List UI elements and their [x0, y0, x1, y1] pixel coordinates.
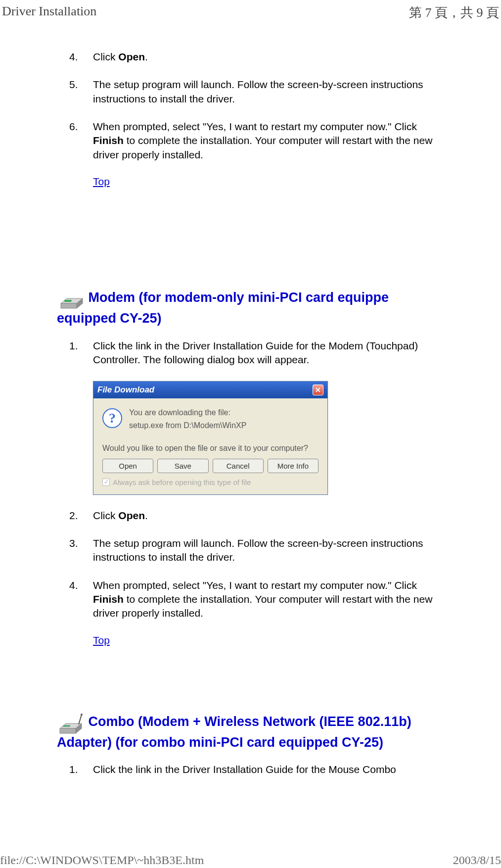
step-text: The setup program will launch. Follow th…: [93, 78, 447, 106]
combo-heading: Combo (Modem + Wireless Network (IEEE 80…: [57, 711, 447, 751]
steps-list-a: 4. Click Open. 5. The setup program will…: [57, 50, 447, 162]
list-item: 1. Click the link in the Driver Installa…: [69, 763, 447, 776]
page-header: Driver Installation 第 7 頁，共 9 頁: [0, 0, 501, 25]
dialog-save-button[interactable]: Save: [157, 459, 208, 473]
step-number: 5.: [69, 78, 93, 106]
step-number: 4.: [69, 579, 93, 621]
dialog-cancel-button[interactable]: Cancel: [213, 459, 264, 473]
svg-marker-5: [60, 728, 76, 733]
step-number: 1.: [69, 339, 93, 367]
combo-device-icon: [57, 711, 85, 734]
dialog-open-button[interactable]: Open: [102, 459, 153, 473]
step-text: Click the link in the Driver Installatio…: [93, 339, 447, 367]
dialog-more-info-button[interactable]: More Info: [268, 459, 319, 473]
svg-rect-9: [63, 725, 70, 727]
page-indicator: 第 7 頁，共 9 頁: [409, 4, 501, 21]
dialog-body: ? You are downloading the file: setup.ex…: [93, 398, 327, 494]
modem-device-icon: [57, 287, 85, 310]
step-number: 6.: [69, 120, 93, 162]
steps-list-b-after: 2. Click Open. 3. The setup program will…: [57, 509, 447, 621]
step-text: Click Open.: [93, 50, 447, 64]
top-link[interactable]: Top: [57, 176, 110, 188]
step-text: When prompted, select "Yes, I want to re…: [93, 579, 447, 621]
list-item: 1. Click the link in the Driver Installa…: [69, 339, 447, 367]
footer-date: 2003/8/15: [453, 854, 501, 867]
step-text: The setup program will launch. Follow th…: [93, 536, 447, 565]
top-link[interactable]: Top: [57, 634, 110, 646]
question-mark-icon: ?: [102, 408, 122, 428]
step-number: 1.: [69, 763, 93, 776]
list-item: 4. When prompted, select "Yes, I want to…: [69, 579, 447, 621]
steps-list-c: 1. Click the link in the Driver Installa…: [57, 763, 447, 776]
step-number: 2.: [69, 509, 93, 523]
dialog-close-button[interactable]: ✕: [313, 385, 323, 395]
steps-list-b-before: 1. Click the link in the Driver Installa…: [57, 339, 447, 367]
step-text: Click the link in the Driver Installatio…: [93, 763, 447, 776]
step-text: Click Open.: [93, 509, 447, 523]
list-item: 2. Click Open.: [69, 509, 447, 523]
dialog-line2: setup.exe from D:\Modem\WinXP: [129, 421, 246, 430]
dialog-question: Would you like to open the file or save …: [102, 444, 319, 453]
header-title: Driver Installation: [0, 4, 96, 21]
step-text: When prompted, select "Yes, I want to re…: [93, 120, 447, 162]
svg-line-7: [79, 715, 82, 724]
dialog-line1: You are downloading the file:: [129, 408, 246, 417]
dialog-titlebar: File Download ✕: [93, 382, 327, 398]
footer-path: file://C:\WINDOWS\TEMP\~hh3B3E.htm: [0, 854, 204, 867]
step-number: 4.: [69, 50, 93, 64]
modem-heading: Modem (for modem-only mini-PCI card equi…: [57, 287, 447, 327]
list-item: 3. The setup program will launch. Follow…: [69, 536, 447, 565]
dialog-always-ask-row: ✓ Always ask before opening this type of…: [102, 478, 319, 486]
step-number: 3.: [69, 536, 93, 565]
always-ask-label: Always ask before opening this type of f…: [113, 478, 251, 486]
svg-rect-3: [64, 300, 72, 302]
page-content: 4. Click Open. 5. The setup program will…: [0, 25, 501, 777]
list-item: 5. The setup program will launch. Follow…: [69, 78, 447, 106]
list-item: 6. When prompted, select "Yes, I want to…: [69, 120, 447, 162]
list-item: 4. Click Open.: [69, 50, 447, 64]
file-download-dialog: File Download ✕ ? You are downloading th…: [93, 381, 328, 495]
svg-marker-1: [61, 303, 77, 308]
always-ask-checkbox[interactable]: ✓: [102, 479, 110, 486]
page-footer: file://C:\WINDOWS\TEMP\~hh3B3E.htm 2003/…: [0, 854, 501, 868]
svg-point-8: [81, 714, 83, 716]
dialog-title-text: File Download: [97, 385, 154, 395]
